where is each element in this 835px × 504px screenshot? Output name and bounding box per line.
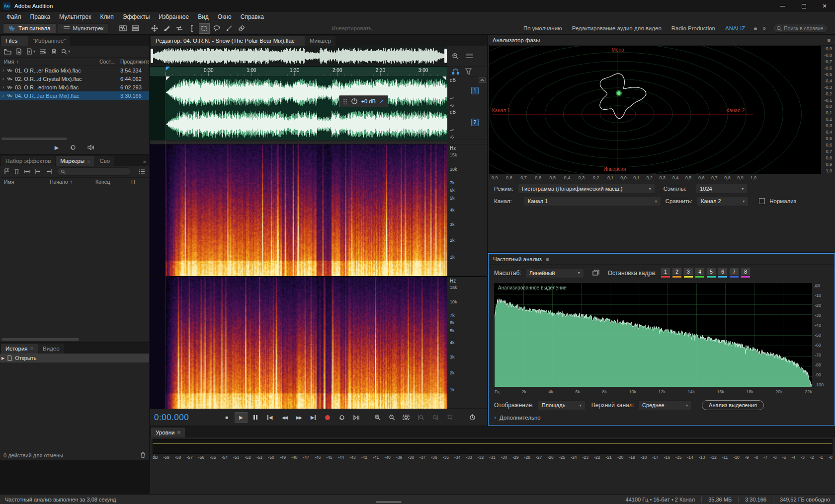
analyze-selection-button[interactable]: Анализ выделения — [702, 400, 764, 410]
samples-dropdown[interactable]: 1024▾ — [696, 184, 748, 194]
workspace-menu-icon[interactable]: ≡ — [752, 25, 759, 32]
delete-file-button[interactable] — [51, 48, 57, 55]
menu-item[interactable]: Избранное — [154, 13, 193, 20]
zoom-in-button[interactable] — [371, 412, 384, 423]
tab-history[interactable]: История ≡ — [1, 344, 38, 354]
tab-markers[interactable]: Маркеры ≡ — [56, 156, 94, 166]
import-file-button[interactable] — [16, 48, 22, 55]
menu-item[interactable]: Вид — [193, 13, 213, 20]
delete-marker-button[interactable] — [14, 168, 19, 175]
column-marker-start[interactable]: Начало↑ — [50, 179, 95, 185]
tab-mixer[interactable]: Микшер — [305, 36, 335, 46]
display-dropdown[interactable]: Площадь▾ — [538, 400, 585, 410]
auto-play-button[interactable] — [87, 144, 94, 150]
hold-frame-button[interactable]: 5 — [706, 268, 716, 276]
file-row[interactable]: › 02. O.R...d Crystal Mix).flac 6:44.062 — [0, 74, 149, 83]
menu-item[interactable]: Файл — [2, 13, 26, 20]
record-button[interactable] — [321, 412, 334, 423]
overview-right-handle[interactable] — [444, 49, 447, 64]
help-search-input[interactable] — [784, 25, 824, 31]
expand-chevron-icon[interactable]: › — [0, 93, 6, 98]
scale-dropdown[interactable]: Линейный▾ — [525, 268, 584, 278]
files-hscrollbar[interactable] — [0, 137, 149, 141]
column-duration[interactable]: Продолжительн. — [120, 59, 149, 65]
mode-dropdown[interactable]: Гистограмма (Логарифмический масш.)▾ — [518, 184, 655, 194]
razor-tool-button[interactable] — [162, 23, 172, 34]
time-selection-tool-button[interactable] — [186, 23, 197, 34]
hold-frame-button[interactable]: 3 — [683, 268, 693, 276]
overview-waveform-canvas[interactable] — [150, 46, 447, 66]
waveform-canvas-ch1[interactable] — [150, 76, 447, 108]
column-status[interactable]: Сост... — [99, 59, 120, 65]
loop-preview-button[interactable] — [70, 144, 77, 150]
channel-dropdown[interactable]: Канал 1▾ — [524, 196, 661, 206]
column-marker-end[interactable]: Конец — [95, 179, 131, 185]
files-search-button[interactable]: ▾ — [61, 49, 70, 55]
tab-favorites[interactable]: "Избранное" — [28, 36, 70, 46]
spectrogram-channel-2[interactable] — [150, 277, 447, 409]
hold-frame-button[interactable]: 7 — [729, 268, 739, 276]
spectrogram-channel-1[interactable] — [150, 144, 447, 276]
file-row[interactable]: › 04. O.R...lar Bear Mix).flac 3:30.166 — [0, 91, 149, 100]
play-button[interactable]: ▶ — [235, 412, 248, 423]
help-search[interactable] — [772, 24, 828, 33]
workspace-overflow-icon[interactable]: » — [760, 25, 768, 32]
stop-button[interactable]: ■ — [220, 412, 233, 423]
hud-grip-icon[interactable] — [343, 98, 347, 105]
normalize-checkbox[interactable] — [759, 198, 765, 204]
panel-menu-icon[interactable]: ≡ — [87, 158, 90, 164]
hold-frame-button[interactable]: 1 — [661, 268, 670, 276]
file-row[interactable]: › 03. O.R...edroom Mix).flac 6:02.293 — [0, 83, 149, 91]
selection-handle-left[interactable] — [166, 76, 170, 80]
markers-hscrollbar[interactable] — [0, 338, 149, 342]
panel-menu-icon[interactable]: ≡ — [297, 38, 300, 44]
menu-item[interactable]: Мультитрек — [55, 13, 95, 20]
rewind-button[interactable]: ◀◀ — [278, 412, 291, 423]
zoom-to-selection-button[interactable] — [400, 412, 413, 423]
new-content-button[interactable]: ▾ — [26, 48, 35, 55]
waveform-channel-2[interactable] — [150, 108, 447, 140]
expand-chevron-icon[interactable]: › — [0, 68, 6, 73]
time-display[interactable]: 0:00.000 — [154, 413, 219, 423]
menu-item[interactable]: Справка — [236, 13, 268, 20]
column-marker-duration[interactable]: П — [131, 179, 135, 185]
hold-frame-button[interactable]: 4 — [695, 268, 705, 276]
trash-icon[interactable] — [140, 452, 146, 458]
tab-effects-rack[interactable]: Набор эффектов — [1, 156, 55, 166]
timeline-ruler[interactable]: 0:301:001:302:002:303:00 — [150, 67, 447, 76]
workspace-button[interactable]: Редактирование аудио для видео — [567, 25, 667, 31]
display-settings-icon[interactable] — [466, 53, 474, 59]
workspace-button[interactable]: ANALIZ — [720, 25, 750, 31]
marker-range-in-button[interactable] — [35, 169, 41, 174]
panel-menu-icon[interactable]: ≡ — [30, 346, 33, 352]
workspace-button[interactable]: Radio Production — [667, 25, 720, 31]
panel-menu-icon[interactable]: ≡ — [828, 37, 831, 43]
lasso-selection-tool-button[interactable] — [211, 23, 222, 34]
zoom-display-icon[interactable] — [452, 53, 460, 59]
menu-item[interactable]: Эффекты — [118, 13, 155, 20]
loop-playback-button[interactable] — [335, 412, 348, 423]
marker-list-view-button[interactable] — [139, 169, 145, 174]
tab-properties[interactable]: Сво — [95, 156, 114, 166]
pause-button[interactable] — [249, 412, 262, 423]
maximize-button[interactable] — [793, 0, 814, 12]
spectrogram-canvas-ch1[interactable] — [150, 144, 447, 276]
tab-files[interactable]: Files ≡ — [1, 36, 28, 46]
hold-frame-button[interactable]: 2 — [672, 268, 682, 276]
hud-gain-value[interactable]: +0 dB — [361, 98, 376, 104]
scrollbar-thumb[interactable] — [1, 338, 79, 341]
history-item[interactable]: ▶ Открыть — [0, 354, 149, 362]
go-to-end-button[interactable]: ▶ — [307, 412, 320, 423]
minimize-button[interactable] — [772, 0, 793, 12]
column-name[interactable]: Имя↑ — [0, 59, 99, 65]
status-scroll-thumb[interactable] — [376, 501, 402, 503]
overview-strip[interactable] — [150, 46, 447, 67]
selection-handle-right[interactable] — [442, 76, 446, 80]
zoom-out-button[interactable] — [385, 412, 398, 423]
go-to-start-button[interactable]: ◀ — [263, 412, 276, 423]
paintbrush-selection-tool-button[interactable] — [224, 23, 235, 34]
timer-record-button[interactable] — [466, 412, 479, 423]
gain-knob-icon[interactable] — [351, 98, 358, 105]
menu-item[interactable]: Окно — [213, 13, 236, 20]
waveform-display-button[interactable] — [117, 23, 128, 34]
